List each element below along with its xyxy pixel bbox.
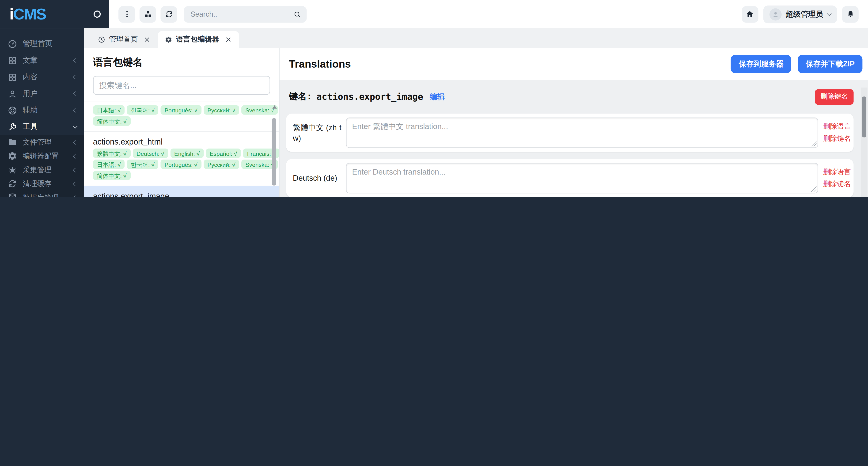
user-icon (771, 10, 779, 18)
bell-icon (846, 10, 855, 18)
key-name-label: 键名: (289, 91, 312, 103)
lang-status-badge: 한국어: √ (127, 159, 159, 169)
save-server-button[interactable]: 保存到服务器 (731, 55, 791, 73)
sidebar-item-label: 文件管理 (23, 137, 52, 147)
key-search-input[interactable] (93, 76, 270, 95)
translation-input-wrap (346, 163, 818, 193)
translation-input-wrap (346, 118, 818, 148)
chevron-left-icon (73, 108, 78, 113)
translation-textarea[interactable] (346, 118, 818, 148)
close-icon[interactable] (143, 36, 151, 43)
chevron-left-icon (73, 91, 78, 96)
badge-row: 日本語: √한국어: √Português: √Русский: √Svensk… (93, 105, 262, 115)
sidebar-item-工具[interactable]: 工具 (0, 118, 84, 135)
lang-status-badge: 繁體中文: √ (93, 148, 131, 158)
sidebar-item-label: 清理缓存 (23, 179, 52, 189)
badge-row: 日本語: √한국어: √Português: √Русский: √Svensk… (93, 159, 262, 169)
user-menu[interactable]: 超级管理员 (763, 5, 837, 23)
sidebar-item-编辑器配置[interactable]: 编辑器配置 (0, 149, 84, 163)
save-zip-button[interactable]: 保存并下载ZIP (798, 55, 862, 73)
sidebar-item-清理缓存[interactable]: 清理缓存 (0, 177, 84, 191)
user-name: 超级管理员 (786, 9, 823, 19)
global-search (184, 6, 307, 23)
key-list: 日本語: √한국어: √Português: √Русский: √Svensk… (84, 101, 279, 197)
scroll-up-icon[interactable] (272, 105, 277, 109)
delete-language-link[interactable]: 删除语言 (823, 167, 850, 177)
app-logo: iCMS (9, 5, 46, 23)
sidebar-item-label: 管理首页 (23, 39, 53, 49)
key-name-row: 键名: actions.export_image 编辑 删除键名 (286, 80, 854, 114)
keys-panel-title: 语言包键名 (84, 48, 279, 68)
sidebar-item-采集管理[interactable]: 采集管理 (0, 163, 84, 177)
scrollbar-thumb[interactable] (862, 96, 866, 138)
tab-管理首页[interactable]: 管理首页 (91, 31, 158, 48)
bug-icon (8, 165, 17, 175)
sidebar-item-label: 工具 (23, 122, 38, 132)
lang-status-badge: Deutsch: √ (133, 148, 168, 158)
lang-status-badge: Português: √ (161, 105, 201, 115)
translation-textarea[interactable] (346, 163, 818, 193)
notifications-button[interactable] (842, 6, 859, 23)
sidebar-item-辅助[interactable]: 辅助 (0, 102, 84, 119)
chevron-down-icon (73, 124, 78, 128)
key-list-item[interactable]: actions.export_image繁體中文: ×Deutsch: ×Eng… (84, 186, 279, 197)
app-window: iCMS 超级管理员 管理首页文章内容用户辅助工具文件 (0, 0, 868, 197)
page-title: Translations (289, 58, 351, 70)
delete-key-link[interactable]: 删除键名 (823, 134, 850, 143)
lang-status-badge: 한국어: √ (127, 105, 159, 115)
delete-key-button[interactable]: 删除键名 (815, 89, 854, 105)
chevron-down-icon (827, 11, 832, 16)
gear-icon (165, 36, 172, 43)
key-list-scrollbar[interactable] (271, 103, 277, 197)
key-item-title: actions.export_image (93, 192, 262, 197)
lang-status-badge: Русский: √ (204, 105, 239, 115)
translation-language-label: 繁體中文 (zh-tw) (293, 123, 346, 143)
search-input[interactable] (189, 9, 293, 19)
tab-语言包编辑器[interactable]: 语言包编辑器 (158, 31, 239, 48)
search-icon (293, 10, 301, 18)
sidebar-item-用户[interactable]: 用户 (0, 85, 84, 102)
menu-dots-button[interactable] (118, 6, 135, 23)
translations-scrollbar[interactable] (861, 88, 867, 197)
refresh-icon (165, 10, 173, 18)
edit-key-link[interactable]: 编辑 (430, 92, 445, 102)
gear-icon (8, 151, 17, 161)
sidebar-item-内容[interactable]: 内容 (0, 69, 84, 85)
chevron-left-icon (73, 58, 78, 63)
sidebar-item-label: 数据库管理 (23, 193, 59, 197)
folder-icon (8, 138, 17, 147)
sync-icon (8, 179, 17, 188)
key-name-value: actions.export_image (316, 91, 423, 102)
main-panel: Translations 保存到服务器 保存并下载ZIP 键名: actions… (279, 48, 868, 197)
close-icon[interactable] (225, 36, 232, 43)
translations-area: 键名: actions.export_image 编辑 删除键名 繁體中文 (z… (280, 80, 868, 197)
sidebar-item-文件管理[interactable]: 文件管理 (0, 135, 84, 149)
refresh-button[interactable] (160, 6, 177, 23)
badge-row: 繁體中文: √Deutsch: √English: √Español: √Fra… (93, 148, 262, 158)
delete-language-link[interactable]: 删除语言 (823, 122, 850, 132)
topbar: iCMS 超级管理员 (0, 0, 868, 28)
database-icon (8, 193, 17, 197)
avatar (769, 8, 781, 20)
sidebar-item-文章[interactable]: 文章 (0, 52, 84, 69)
sidebar-item-管理首页[interactable]: 管理首页 (0, 35, 84, 52)
modules-button[interactable] (140, 6, 156, 23)
sidebar-item-label: 文章 (23, 55, 38, 65)
user-icon (8, 89, 17, 98)
scrollbar-thumb[interactable] (272, 118, 276, 185)
key-list-item[interactable]: actions.export_html繁體中文: √Deutsch: √Engl… (84, 132, 279, 186)
sidebar-toggle-icon[interactable] (94, 10, 101, 18)
delete-key-link[interactable]: 删除键名 (823, 179, 850, 189)
main-header: Translations 保存到服务器 保存并下载ZIP (280, 48, 868, 80)
chevron-left-icon (73, 168, 78, 172)
tab-bar: 管理首页语言包编辑器 (84, 28, 868, 48)
key-list-item[interactable]: 日本語: √한국어: √Português: √Русский: √Svensk… (84, 101, 279, 132)
clock-icon (98, 36, 105, 43)
lang-status-badge: Português: √ (161, 159, 201, 169)
chevron-left-icon (73, 140, 78, 145)
badge-row: 简体中文: √ (93, 116, 262, 126)
translation-card: 繁體中文 (zh-tw)删除语言删除键名 (286, 114, 854, 152)
sidebar-item-数据库管理[interactable]: 数据库管理 (0, 191, 84, 197)
sidebar-item-label: 编辑器配置 (23, 151, 59, 161)
home-button[interactable] (742, 6, 758, 23)
